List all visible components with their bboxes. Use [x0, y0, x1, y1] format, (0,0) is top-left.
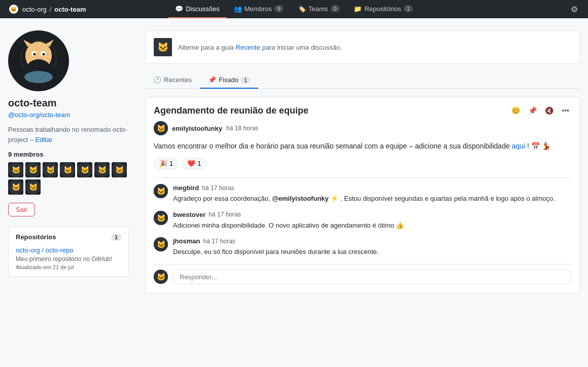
main-content: 🐱 Alterne para a guia Recente para inici…	[137, 30, 588, 293]
comment: 🐱 bwestover há 17 horas Adicionei minha …	[154, 211, 571, 231]
tab-pinned[interactable]: 📌 Fixado 1	[200, 72, 258, 89]
discussions-icon: 💬	[175, 5, 183, 13]
comment-author: megbird	[173, 184, 199, 192]
member-avatar[interactable]: 🐱	[43, 162, 58, 177]
recents-icon: 🕐	[153, 76, 161, 84]
comment-header: bwestover há 17 horas	[173, 211, 571, 218]
team-avatar	[8, 30, 69, 91]
nav-right: ⚙	[569, 3, 580, 16]
pinned-icon: 📌	[208, 76, 216, 84]
comment-header: megbird há 17 horas	[173, 184, 571, 192]
post-author-name: emilyistoofunky	[172, 125, 222, 132]
comment-header: jhosman há 17 horas	[173, 237, 571, 245]
banner-avatar: 🐱	[154, 38, 172, 56]
post-actions: 😊 📌 🔇 •••	[509, 105, 571, 116]
post-author-time: há 18 horas	[226, 125, 258, 132]
comment-content: bwestover há 17 horas Adicionei minha di…	[173, 211, 571, 231]
nav-sep: /	[50, 6, 52, 13]
svg-text:🐱: 🐱	[115, 166, 124, 174]
tab-discussions[interactable]: 💬 Discussões	[168, 0, 226, 18]
comment-avatar: 🐱	[154, 211, 168, 225]
pin-button[interactable]: 📌	[526, 105, 539, 116]
party-count: 1	[169, 160, 173, 167]
nav-tabs: 💬 Discussões 👥 Membros 9 🏷️ Teams 0 📁 Re…	[168, 0, 420, 18]
svg-text:🐱: 🐱	[157, 187, 166, 196]
team-link[interactable]: octo-team	[54, 6, 86, 13]
discussion-tabs: 🕐 Recentes 📌 Fixado 1	[145, 72, 580, 89]
settings-icon[interactable]: ⚙	[569, 3, 580, 16]
repos-box-header: Repositórios 1	[16, 233, 121, 241]
member-avatar[interactable]: 🐱	[25, 179, 41, 195]
post-body: Vamos encontrar o melhor dia e horário p…	[154, 140, 571, 152]
comment-content: jhosman há 17 horas Desculpe, eu só fico…	[173, 237, 571, 257]
repositories-badge: 1	[404, 5, 413, 12]
svg-text:🐱: 🐱	[12, 183, 21, 192]
repo-updated: Atualizado em 21 de jul	[16, 264, 121, 270]
edit-link[interactable]: Editar	[36, 136, 53, 143]
tab-teams[interactable]: 🏷️ Teams 0	[291, 0, 347, 18]
reaction-heart-button[interactable]: ❤️ 1	[182, 158, 206, 169]
svg-text:🐱: 🐱	[81, 166, 90, 174]
teams-badge: 0	[330, 5, 339, 12]
availability-link[interactable]: aqui	[512, 142, 525, 150]
mention: @emilyistoofunky	[272, 195, 329, 202]
tab-members[interactable]: 👥 Membros 9	[227, 0, 291, 18]
member-avatar[interactable]: 🐱	[25, 162, 41, 177]
page-layout: octo-team @octo-org/octo-team Pessoas tr…	[0, 18, 588, 305]
members-count: 9 membros	[8, 151, 129, 158]
tab-discussions-label: Discussões	[186, 5, 219, 13]
comment-avatar: 🐱	[154, 184, 168, 198]
tab-recents[interactable]: 🕐 Recentes	[145, 72, 200, 89]
svg-text:🐱: 🐱	[10, 6, 17, 13]
banner-text: Alterne para a guia Recente para iniciar…	[178, 44, 342, 51]
reaction-party-button[interactable]: 🎉 1	[154, 158, 179, 169]
comment-content: megbird há 17 horas Agradeço por essa co…	[173, 184, 571, 204]
leave-team-button[interactable]: Sair	[8, 203, 35, 216]
add-reaction-button[interactable]: 😊	[509, 105, 522, 116]
svg-text:🐱: 🐱	[98, 166, 107, 174]
member-avatar[interactable]: 🐱	[94, 162, 110, 177]
repo-link[interactable]: octo-org / octo-repo	[16, 246, 73, 254]
reply-avatar: 🐱	[154, 270, 168, 284]
post-title: Agendamento de reunião de equipe	[154, 105, 308, 116]
org-link[interactable]: octo-org	[22, 6, 47, 13]
recent-tab-link[interactable]: Recente	[235, 44, 260, 51]
team-avatar-image	[8, 30, 69, 91]
comment-time: há 17 horas	[209, 211, 240, 218]
mute-button[interactable]: 🔇	[543, 105, 556, 116]
tab-repositories-label: Repositórios	[364, 5, 401, 13]
svg-point-7	[33, 53, 36, 56]
reply-row: 🐱	[154, 264, 571, 284]
member-avatar[interactable]: 🐱	[8, 179, 23, 195]
svg-text:🐱: 🐱	[29, 183, 38, 192]
repositories-icon: 📁	[354, 5, 362, 13]
reply-input[interactable]	[173, 270, 571, 284]
more-options-button[interactable]: •••	[560, 105, 571, 116]
reactions-row: 🎉 1 ❤️ 1	[154, 158, 571, 169]
teams-icon: 🏷️	[298, 5, 306, 13]
svg-text:🐱: 🐱	[157, 124, 166, 133]
members-icon: 👥	[234, 5, 242, 13]
member-avatar[interactable]: 🐱	[112, 162, 127, 177]
svg-text:🐱: 🐱	[12, 166, 21, 174]
members-badge: 9	[274, 5, 284, 12]
party-emoji: 🎉	[159, 160, 167, 167]
member-avatar[interactable]: 🐱	[60, 162, 75, 177]
svg-text:🐱: 🐱	[157, 240, 166, 249]
tab-repositories[interactable]: 📁 Repositórios 1	[347, 0, 420, 18]
member-avatar[interactable]: 🐱	[77, 162, 92, 177]
comment: 🐱 megbird há 17 horas Agradeço por essa …	[154, 184, 571, 204]
post-author-avatar: 🐱	[154, 121, 168, 135]
comment-avatar: 🐱	[154, 237, 168, 251]
comment-author: bwestover	[173, 211, 205, 218]
team-description: Pessoas trabalhando no renomado octo-pro…	[8, 125, 129, 144]
comment: 🐱 jhosman há 17 horas Desculpe, eu só fi…	[154, 237, 571, 257]
member-avatar[interactable]: 🐱	[8, 162, 23, 177]
comment-body: Desculpe, eu só fico disponível para reu…	[173, 247, 571, 257]
repositories-box: Repositórios 1 octo-org / octo-repo Meu …	[8, 227, 129, 277]
repos-count-badge: 1	[111, 234, 121, 241]
team-name-heading: octo-team	[8, 97, 129, 109]
post-author-row: 🐱 emilyistoofunky há 18 horas	[154, 121, 571, 135]
team-handle-link[interactable]: @octo-org/octo-team	[8, 111, 129, 119]
comment-divider	[154, 177, 571, 178]
